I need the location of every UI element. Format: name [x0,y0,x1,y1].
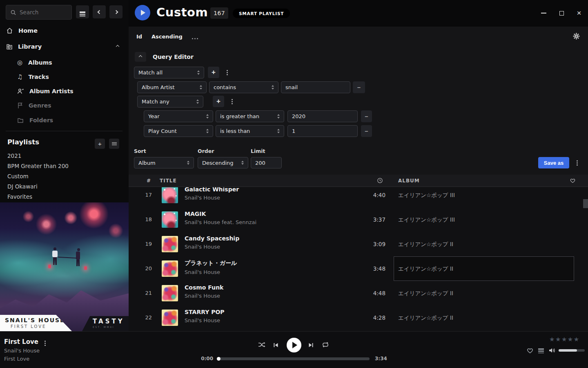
track-title[interactable]: プラネット・ガール [185,260,348,267]
column-duration[interactable] [377,177,383,185]
shuffle-button[interactable] [258,341,266,349]
toolbar-more-button[interactable] [190,34,200,40]
limit-input[interactable] [251,157,282,168]
hamburger-icon [80,11,85,12]
add-playlist-button[interactable]: + [95,139,105,149]
sidebar-item-home[interactable]: Home [0,25,129,36]
now-playing-artist[interactable]: Snail's House [4,348,40,354]
query-menu-button[interactable] [572,157,581,168]
playlist-item[interactable]: Favorites [7,191,118,202]
previous-track-button[interactable] [273,342,279,349]
rule-value-input[interactable] [287,110,358,122]
menu-button[interactable] [76,5,89,18]
seek-bar[interactable] [218,357,370,360]
sort-field-control[interactable]: Id [136,34,142,40]
add-rule-button[interactable]: + [208,67,219,78]
track-album[interactable]: エイリアン☆ポップ III [398,216,570,224]
query-editor-collapse-button[interactable] [135,52,146,62]
table-row[interactable]: 22 STARRY POPSnail's House 4:28 エイリアン☆ポッ… [129,305,588,330]
table-row[interactable]: 20 プラネット・ガールSnail's House 3:48 エイリアン☆ポップ… [129,256,588,281]
scrollbar-thumb[interactable] [583,199,588,208]
remove-rule-button[interactable]: − [361,125,372,137]
sort-order-control[interactable]: Ascending [151,34,183,40]
playlist-item[interactable]: DJ Okawari [7,181,118,192]
track-artist[interactable]: Snail's House [185,195,348,201]
seek-knob[interactable] [217,357,220,361]
window-minimize-button[interactable] [537,7,550,19]
table-row[interactable]: 19 Candy SpaceshipSnail's House 3:09 エイリ… [129,232,588,256]
order-select[interactable]: Descending [198,157,248,168]
column-favorite[interactable] [570,177,576,184]
track-artist[interactable]: Snail's House [185,293,348,299]
queue-button[interactable] [538,348,544,354]
sort-select[interactable]: Album [134,157,194,168]
add-rule-button[interactable]: + [213,96,224,107]
search-box[interactable] [6,5,72,20]
settings-button[interactable] [571,33,581,41]
sidebar-item-albums[interactable]: ◎ Albums [0,57,129,68]
play-pause-button[interactable] [287,338,301,352]
sidebar-item-library[interactable]: Library [0,41,129,52]
sidebar-item-album-artists[interactable]: Album Artists [0,85,129,97]
playlist-item[interactable]: BPM Greater than 200 [7,161,118,171]
volume-button[interactable] [548,347,556,355]
track-artist[interactable]: Snail's House [185,244,348,250]
group-menu-button[interactable] [223,67,232,78]
track-title[interactable]: Candy Spaceship [185,235,348,242]
track-album[interactable]: エイリアン☆ポップ II [398,314,570,322]
repeat-button[interactable] [322,342,329,349]
now-playing-title[interactable]: First Love [4,338,38,346]
collapse-chevron-icon[interactable] [116,45,119,48]
playlist-item[interactable]: 2021 [7,150,118,161]
rule-operator-select[interactable]: is less than [216,125,284,137]
track-album[interactable]: エイリアン☆ポップ II [398,241,570,248]
track-album[interactable]: エイリアン☆ポップ II [398,265,570,273]
sidebar-item-folders[interactable]: Folders [0,114,129,126]
table-row[interactable]: 18 MAGIKSnail's House feat. Sennzai 3:37… [129,207,588,232]
track-title[interactable]: STARRY POP [185,309,348,315]
volume-slider[interactable] [559,349,585,352]
remove-rule-button[interactable]: − [353,81,365,93]
rule-field-select[interactable]: Album Artist [137,81,207,93]
rule-value-input[interactable] [281,81,350,93]
sidebar-item-genres[interactable]: Genres [0,100,129,111]
save-as-button[interactable]: Save as [538,157,569,168]
window-maximize-button[interactable] [555,7,568,19]
rating-stars[interactable]: ★★★★★ [549,336,580,343]
track-title[interactable]: Galactic Whisper [185,187,348,193]
track-artist[interactable]: Snail's House [185,317,348,323]
track-title[interactable]: MAGIK [185,211,348,217]
rule-operator-select[interactable]: is greater than [216,110,284,122]
track-title[interactable]: Cosmo Funk [185,284,348,291]
search-input[interactable] [20,9,65,16]
window-close-button[interactable]: × [573,7,585,19]
track-artist[interactable]: Snail's House [185,269,348,275]
next-track-button[interactable] [308,342,314,349]
track-album[interactable]: エイリアン☆ポップ III [398,192,570,199]
track-count-badge: 167 [210,7,228,19]
play-playlist-button[interactable] [135,5,150,20]
nav-back-button[interactable] [93,5,106,18]
column-album[interactable]: ALBUM [398,178,420,184]
playlist-list-button[interactable] [109,139,119,149]
favorite-button[interactable] [526,347,534,355]
group-menu-button[interactable] [227,96,236,107]
table-row[interactable]: 21 Cosmo FunkSnail's House 4:48 エイリアン☆ポッ… [129,281,588,305]
rule-value-input[interactable] [287,125,358,137]
sidebar-item-tracks[interactable]: ♫ Tracks [0,71,129,83]
remove-rule-button[interactable]: − [361,110,372,122]
column-index[interactable]: # [147,178,151,184]
playlist-item[interactable]: Custom [7,171,118,182]
table-row[interactable]: 17 Galactic WhisperSnail's House 4:40 エイ… [129,187,588,207]
rule-operator-select[interactable]: contains [209,81,278,93]
track-artist[interactable]: Snail's House feat. Sennzai [185,219,348,225]
rule-field-select[interactable]: Play Count [144,125,213,137]
now-playing-album[interactable]: First Love [4,356,29,362]
column-title[interactable]: TITLE [160,178,177,184]
now-playing-menu-button[interactable] [45,339,46,345]
rule-field-select[interactable]: Year [144,110,213,122]
match-type-select[interactable]: Match all [134,67,204,79]
nav-forward-button[interactable] [109,5,122,18]
track-album[interactable]: エイリアン☆ポップ II [398,290,570,297]
match-type-select[interactable]: Match any [137,96,203,108]
